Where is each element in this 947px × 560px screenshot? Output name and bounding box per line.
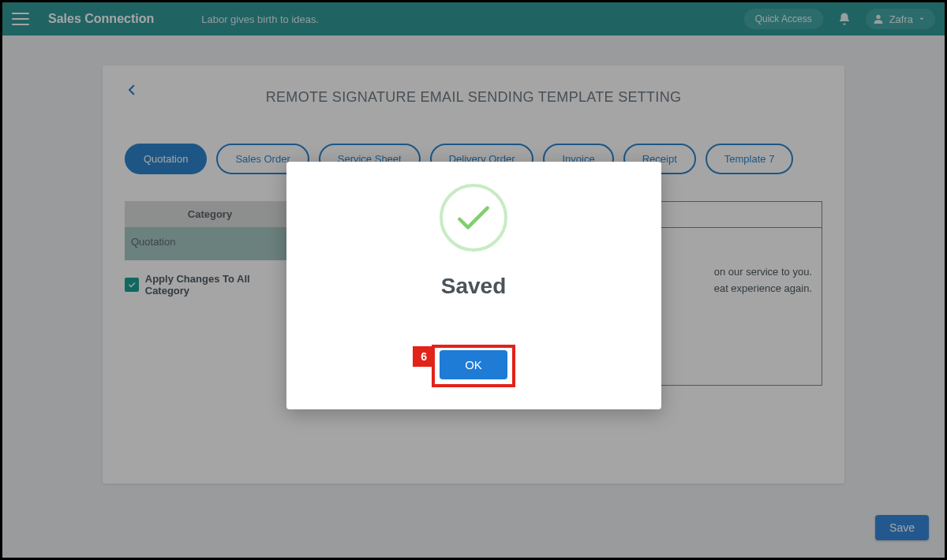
modal-overlay: Saved 6 OK bbox=[2, 2, 945, 558]
saved-modal: Saved 6 OK bbox=[286, 162, 661, 409]
callout-highlight: 6 OK bbox=[432, 345, 515, 387]
ok-button-wrap: 6 OK bbox=[432, 345, 515, 387]
ok-button[interactable]: OK bbox=[440, 350, 507, 379]
modal-title: Saved bbox=[441, 274, 507, 299]
callout-number: 6 bbox=[413, 346, 435, 367]
success-check-icon bbox=[440, 184, 507, 252]
